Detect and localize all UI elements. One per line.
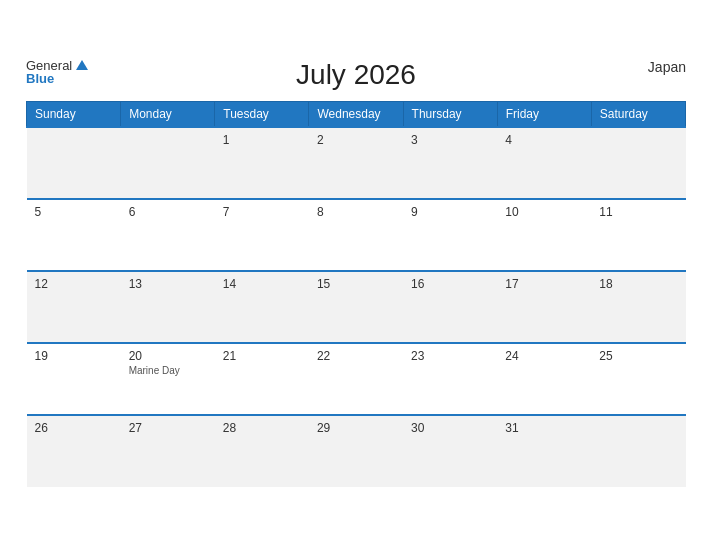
day-number: 6	[129, 205, 207, 219]
calendar-cell: 28	[215, 415, 309, 487]
calendar-cell: 18	[591, 271, 685, 343]
day-number: 9	[411, 205, 489, 219]
calendar-cell: 12	[27, 271, 121, 343]
calendar-cell: 4	[497, 127, 591, 199]
calendar-cell	[591, 415, 685, 487]
day-number: 12	[35, 277, 113, 291]
weekday-header-thursday: Thursday	[403, 101, 497, 127]
day-number: 14	[223, 277, 301, 291]
calendar-cell: 31	[497, 415, 591, 487]
week-row-1: 1234	[27, 127, 686, 199]
calendar-cell: 1	[215, 127, 309, 199]
calendar-cell: 7	[215, 199, 309, 271]
day-number: 17	[505, 277, 583, 291]
calendar-cell: 27	[121, 415, 215, 487]
day-number: 30	[411, 421, 489, 435]
calendar-cell: 10	[497, 199, 591, 271]
day-number: 19	[35, 349, 113, 363]
day-number: 25	[599, 349, 677, 363]
calendar-cell: 21	[215, 343, 309, 415]
weekday-header-monday: Monday	[121, 101, 215, 127]
calendar-cell: 19	[27, 343, 121, 415]
week-row-2: 567891011	[27, 199, 686, 271]
week-row-4: 1920Marine Day2122232425	[27, 343, 686, 415]
logo-triangle-icon	[76, 60, 88, 70]
weekday-header-friday: Friday	[497, 101, 591, 127]
calendar-cell: 3	[403, 127, 497, 199]
calendar-tbody: 1234567891011121314151617181920Marine Da…	[27, 127, 686, 487]
day-number: 23	[411, 349, 489, 363]
calendar-cell: 26	[27, 415, 121, 487]
day-number: 15	[317, 277, 395, 291]
day-number: 10	[505, 205, 583, 219]
calendar-cell: 22	[309, 343, 403, 415]
calendar-cell: 17	[497, 271, 591, 343]
day-number: 28	[223, 421, 301, 435]
logo-blue-text: Blue	[26, 72, 88, 85]
day-number: 20	[129, 349, 207, 363]
logo: General Blue	[26, 59, 88, 85]
calendar-cell: 6	[121, 199, 215, 271]
day-number: 7	[223, 205, 301, 219]
calendar-thead: SundayMondayTuesdayWednesdayThursdayFrid…	[27, 101, 686, 127]
logo-general-text: General	[26, 59, 72, 72]
calendar-cell: 30	[403, 415, 497, 487]
day-number: 3	[411, 133, 489, 147]
calendar-cell	[591, 127, 685, 199]
day-number: 26	[35, 421, 113, 435]
day-number: 13	[129, 277, 207, 291]
day-number: 29	[317, 421, 395, 435]
weekday-header-tuesday: Tuesday	[215, 101, 309, 127]
calendar-cell: 13	[121, 271, 215, 343]
calendar-cell: 14	[215, 271, 309, 343]
week-row-3: 12131415161718	[27, 271, 686, 343]
calendar-cell: 16	[403, 271, 497, 343]
weekday-header-saturday: Saturday	[591, 101, 685, 127]
calendar-cell: 24	[497, 343, 591, 415]
day-number: 24	[505, 349, 583, 363]
calendar-cell: 11	[591, 199, 685, 271]
calendar-cell: 29	[309, 415, 403, 487]
weekday-header-row: SundayMondayTuesdayWednesdayThursdayFrid…	[27, 101, 686, 127]
country-label: Japan	[648, 59, 686, 75]
calendar-header: General Blue July 2026 Japan	[26, 59, 686, 91]
holiday-label: Marine Day	[129, 365, 207, 376]
day-number: 11	[599, 205, 677, 219]
calendar-title: July 2026	[296, 59, 416, 91]
calendar-cell: 15	[309, 271, 403, 343]
day-number: 27	[129, 421, 207, 435]
day-number: 8	[317, 205, 395, 219]
calendar-cell: 2	[309, 127, 403, 199]
calendar-cell	[27, 127, 121, 199]
calendar-cell: 9	[403, 199, 497, 271]
day-number: 1	[223, 133, 301, 147]
day-number: 21	[223, 349, 301, 363]
calendar-table: SundayMondayTuesdayWednesdayThursdayFrid…	[26, 101, 686, 487]
weekday-header-wednesday: Wednesday	[309, 101, 403, 127]
day-number: 18	[599, 277, 677, 291]
day-number: 22	[317, 349, 395, 363]
calendar-cell: 23	[403, 343, 497, 415]
day-number: 2	[317, 133, 395, 147]
calendar-cell: 20Marine Day	[121, 343, 215, 415]
weekday-header-sunday: Sunday	[27, 101, 121, 127]
calendar-cell: 25	[591, 343, 685, 415]
week-row-5: 262728293031	[27, 415, 686, 487]
day-number: 5	[35, 205, 113, 219]
day-number: 16	[411, 277, 489, 291]
calendar-cell: 5	[27, 199, 121, 271]
calendar-cell	[121, 127, 215, 199]
day-number: 4	[505, 133, 583, 147]
calendar-container: General Blue July 2026 Japan SundayMonda…	[11, 49, 701, 502]
day-number: 31	[505, 421, 583, 435]
calendar-cell: 8	[309, 199, 403, 271]
